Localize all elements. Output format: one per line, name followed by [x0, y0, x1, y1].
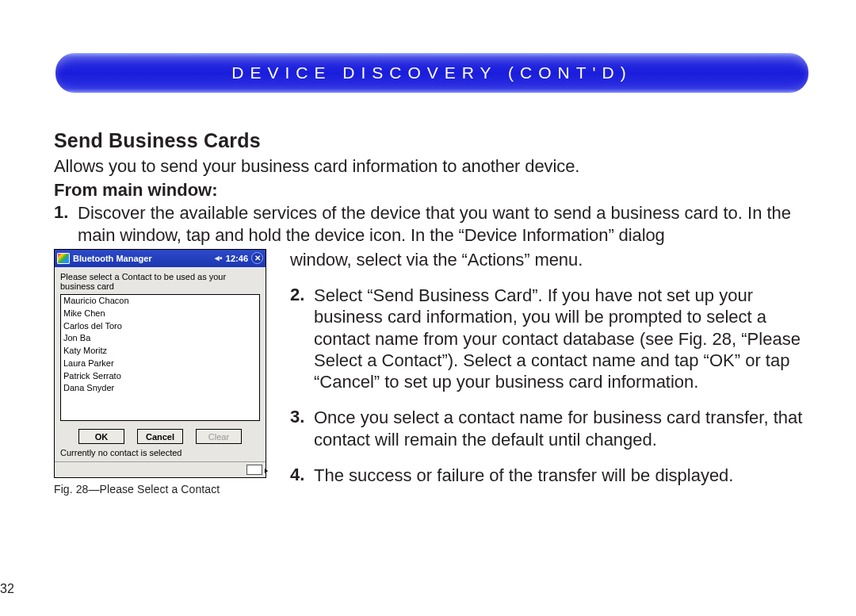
- step-2-number: 2.: [290, 285, 314, 392]
- figure-caption: Fig. 28—Please Select a Contact: [54, 483, 276, 495]
- step-1-line3: window, select via the “Actions” menu.: [290, 249, 808, 270]
- step-3-number: 3.: [290, 407, 314, 450]
- step-2-text: Select “Send Business Card”. If you have…: [314, 285, 808, 392]
- pda-button-row: OK Cancel Clear: [60, 429, 260, 444]
- pda-titlebar: Bluetooth Manager ◂▪ 12:46 ✕: [55, 250, 266, 267]
- clear-button: Clear: [196, 429, 242, 444]
- step-4: 4. The success or failure of the transfe…: [290, 465, 808, 486]
- subheading-from-main-window: From main window:: [54, 180, 808, 201]
- heading-send-business-cards: Send Business Cards: [54, 129, 808, 152]
- pda-bottom-bar: [55, 461, 266, 477]
- page-number-box: 32: [0, 582, 14, 596]
- list-item[interactable]: Katy Moritz: [61, 345, 259, 358]
- windows-start-icon[interactable]: [57, 253, 70, 264]
- figure-and-steps-row: Bluetooth Manager ◂▪ 12:46 ✕ Please sele…: [54, 249, 808, 495]
- list-item[interactable]: Mauricio Chacon: [61, 295, 259, 308]
- page-content: Send Business Cards Allows you to send y…: [54, 129, 808, 495]
- step-2: 2. Select “Send Business Card”. If you h…: [290, 285, 808, 392]
- list-item[interactable]: Mike Chen: [61, 308, 259, 320]
- intro-text: Allows you to send your business card in…: [54, 155, 808, 177]
- step-1-line2: main window, tap and hold the device ico…: [78, 224, 808, 246]
- step-1: 1. Discover the available services of th…: [54, 202, 808, 224]
- pda-app-title: Bluetooth Manager: [73, 254, 215, 263]
- pda-clock: 12:46: [226, 254, 248, 263]
- list-item[interactable]: Patrick Serrato: [61, 370, 259, 383]
- step-3-text: Once you select a contact name for busin…: [314, 407, 808, 450]
- close-icon[interactable]: ✕: [251, 252, 263, 264]
- step-1-number: 1.: [54, 202, 78, 224]
- step-4-text: The success or failure of the transfer w…: [314, 465, 733, 486]
- pda-body: Please select a Contact to be used as yo…: [55, 267, 266, 461]
- pda-status-text: Currently no contact is selected: [60, 448, 260, 457]
- ok-button[interactable]: OK: [78, 429, 124, 444]
- list-item[interactable]: Carlos del Toro: [61, 320, 259, 333]
- step-3: 3. Once you select a contact name for bu…: [290, 407, 808, 450]
- page-number: 32: [0, 582, 14, 596]
- pda-prompt-text: Please select a Contact to be used as yo…: [60, 272, 260, 292]
- list-item[interactable]: Laura Parker: [61, 358, 259, 370]
- section-header-title: DEVICE DISCOVERY (CONT'D): [231, 63, 632, 82]
- pda-screenshot: Bluetooth Manager ◂▪ 12:46 ✕ Please sele…: [54, 249, 266, 478]
- step-1-line1: Discover the available services of the d…: [78, 202, 791, 224]
- list-item[interactable]: Jon Ba: [61, 332, 259, 345]
- step-4-number: 4.: [290, 465, 314, 486]
- contact-listbox[interactable]: Mauricio Chacon Mike Chen Carlos del Tor…: [60, 294, 260, 421]
- figure-column: Bluetooth Manager ◂▪ 12:46 ✕ Please sele…: [54, 249, 276, 495]
- keyboard-icon[interactable]: [246, 465, 262, 475]
- cancel-button[interactable]: Cancel: [137, 429, 183, 444]
- section-header-bar: DEVICE DISCOVERY (CONT'D): [55, 53, 808, 93]
- steps-column: window, select via the “Actions” menu. 2…: [276, 249, 808, 486]
- sound-icon[interactable]: ◂▪: [215, 253, 223, 263]
- list-item[interactable]: Dana Snyder: [61, 382, 259, 395]
